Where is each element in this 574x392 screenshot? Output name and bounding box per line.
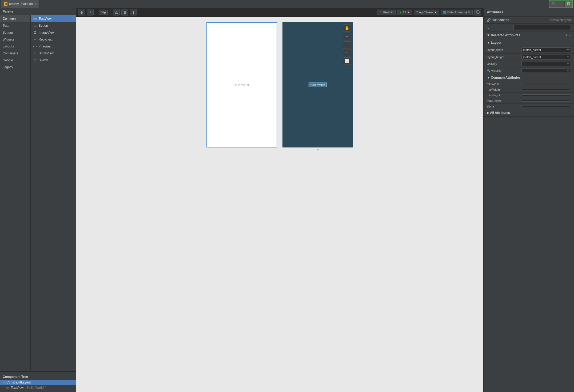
tree-item-constraint_layout[interactable]: ⊞ConstraintLayout: [0, 380, 76, 385]
api-selector[interactable]: ▲ 29 ▼: [397, 10, 412, 15]
locale-arrow-icon: ▼: [468, 11, 471, 14]
palette-category-layouts[interactable]: Layouts: [0, 43, 30, 50]
guidelines-button[interactable]: ∣: [130, 9, 137, 15]
dropdown-arrow-icon: ▼: [567, 56, 569, 58]
warning-button[interactable]: ⚠: [113, 9, 120, 15]
resize-handle: //: [317, 149, 319, 152]
component-type-label: ConstraintLayout: [549, 18, 571, 22]
tab-title: activity_main.xml: [9, 2, 33, 6]
attr-input-common-3[interactable]: [521, 100, 571, 102]
attr-select-layout-3[interactable]: ▼: [521, 69, 571, 73]
attr-section-header-common[interactable]: ▼ Common Attributes: [484, 74, 574, 81]
palette-item-fragment[interactable]: <><fragme...: [31, 43, 76, 50]
palette-category-legacy[interactable]: Legacy: [0, 64, 30, 71]
id-label: id: [487, 26, 513, 29]
device-arrow-icon: ▼: [390, 11, 393, 14]
locale-selector[interactable]: 🌐 Default (en-us) ▼: [441, 10, 473, 15]
tree-item-textview[interactable]: AbTextView"Hello World!": [0, 385, 76, 390]
attr-row-common-2: minHeight: [484, 93, 574, 98]
attr-section-title-all: ▶ All Attributes: [487, 111, 510, 115]
pan-button[interactable]: ✋: [343, 24, 351, 32]
component-name-value: <unnamed>: [492, 18, 509, 22]
design-view-button[interactable]: 🖼: [565, 1, 572, 7]
design-panel[interactable]: Hello World! ✋ + − 1:1 ⬜ //: [282, 22, 353, 147]
zoom-out-button[interactable]: −: [343, 41, 351, 49]
attr-input-common-2[interactable]: [521, 94, 571, 96]
remove-attribute-button[interactable]: −: [569, 33, 571, 37]
blueprint-panel[interactable]: Hello World!: [206, 22, 277, 147]
device-selector[interactable]: 📱 Pixel ▼: [377, 10, 396, 15]
component-name-label: 🔗 <unnamed>: [487, 18, 509, 22]
activity-main-tab[interactable]: 🖼 activity_main.xml ×: [1, 0, 40, 8]
component-name-row: 🔗 <unnamed> ConstraintLayout: [484, 17, 574, 24]
imageview-label: ImageView: [39, 31, 54, 34]
attr-label-layout-1: layout_height: [487, 55, 521, 59]
attr-label-layout-3: 🔧 visibility: [487, 69, 521, 73]
info-button[interactable]: ⓘ: [474, 9, 481, 15]
tab-bar: 🖼 activity_main.xml × ☰ ⊞ 🖼: [0, 0, 574, 8]
button-icon: □: [33, 23, 37, 28]
palette-category-widgets[interactable]: Widgets: [0, 36, 30, 43]
palette-category-google[interactable]: Google: [0, 57, 30, 64]
palette-item-scrollview[interactable]: □ScrollView: [31, 50, 76, 57]
canvas-content[interactable]: Hello World! Hello World! ✋ + − 1:1 ⬜ //: [76, 17, 483, 392]
palette-panel: Palette CommonTextButtonsWidgetsLayoutsC…: [0, 8, 76, 392]
textview-tree-value: "Hello World!": [26, 386, 46, 390]
id-input[interactable]: [513, 25, 571, 30]
component-tree-header: Component Tree: [0, 374, 76, 380]
attr-input-common-0[interactable]: [521, 83, 571, 85]
split-view-button[interactable]: ⊞: [557, 1, 564, 7]
fragment-label: <fragme...: [39, 45, 53, 48]
palette-category-text[interactable]: Text: [0, 22, 30, 29]
switch-label: Switch: [39, 58, 48, 62]
attr-section-actions-declared: +−: [565, 33, 571, 37]
attr-input-wrap-1: [521, 89, 571, 90]
align-button[interactable]: ⊞: [121, 9, 128, 15]
add-constraints-button[interactable]: ⊕: [78, 9, 85, 15]
palette-category-common[interactable]: Common: [0, 15, 30, 22]
attr-input-common-1[interactable]: [521, 89, 571, 90]
attr-input-common-4[interactable]: [521, 106, 571, 107]
palette-category-buttons[interactable]: Buttons: [0, 29, 30, 36]
toolbar-separator-2: [110, 10, 110, 15]
attr-select-layout-0[interactable]: match_parent▼: [521, 47, 571, 52]
attr-section-header-all[interactable]: ▶ All Attributes: [484, 109, 574, 117]
palette-item-button[interactable]: □Button: [31, 22, 76, 29]
palette-item-textview[interactable]: AbTextView: [31, 15, 76, 22]
attr-section-header-declared[interactable]: ▼ Declared Attributes+−: [484, 31, 574, 39]
constraint_layout-tree-icon: ⊞: [3, 381, 5, 384]
device-label: Pixel: [383, 11, 390, 14]
dropdown-arrow-icon: ▼: [567, 69, 569, 72]
palette-item-switch[interactable]: ⊙Switch: [31, 57, 76, 64]
tab-close-button[interactable]: ×: [35, 2, 37, 6]
attr-select-layout-2[interactable]: ▼: [521, 62, 571, 66]
theme-selector[interactable]: ⊙ AppTheme ▼: [414, 10, 439, 15]
attr-label-layout-0: layout_width: [487, 48, 521, 51]
margin-button[interactable]: 0dp: [99, 10, 108, 15]
attr-section-header-layout[interactable]: ▼ Layout: [484, 39, 574, 46]
attr-section-title-common: ▼ Common Attributes: [487, 76, 521, 79]
attr-label-common-2: minHeight: [487, 94, 521, 97]
attr-select-value-layout-0: match_parent: [523, 48, 541, 51]
code-view-button[interactable]: ☰: [550, 1, 557, 7]
palette-item-imageview[interactable]: 🖼ImageView: [31, 29, 76, 36]
fit-screen-button[interactable]: ⬜: [343, 57, 351, 65]
attr-row-common-1: maxWidth: [484, 87, 574, 93]
palette-item-recyclerview[interactable]: ≡Recycler...: [31, 36, 76, 43]
attributes-header: Attributes: [484, 8, 574, 17]
textview-tree-icon: Ab: [6, 386, 9, 389]
switch-icon: ⊙: [33, 58, 37, 62]
attr-select-layout-1[interactable]: match_parent▼: [521, 55, 571, 59]
attr-input-wrap-0: [521, 83, 571, 85]
attr-label-common-0: minWidth: [487, 82, 521, 86]
zoom-in-button[interactable]: +: [343, 33, 351, 40]
download-icon[interactable]: ⬇: [71, 16, 75, 21]
api-arrow-icon: ▼: [407, 11, 410, 14]
palette-category-containers[interactable]: Containers: [0, 50, 30, 57]
add-attribute-button[interactable]: +: [565, 33, 568, 37]
attr-row-common-3: maxHeight: [484, 98, 574, 104]
toolbar-separator-1: [96, 10, 96, 15]
component-link-icon: 🔗: [487, 18, 491, 22]
recyclerview-label: Recycler...: [39, 38, 54, 41]
magnet-button[interactable]: ⌖: [87, 9, 94, 15]
